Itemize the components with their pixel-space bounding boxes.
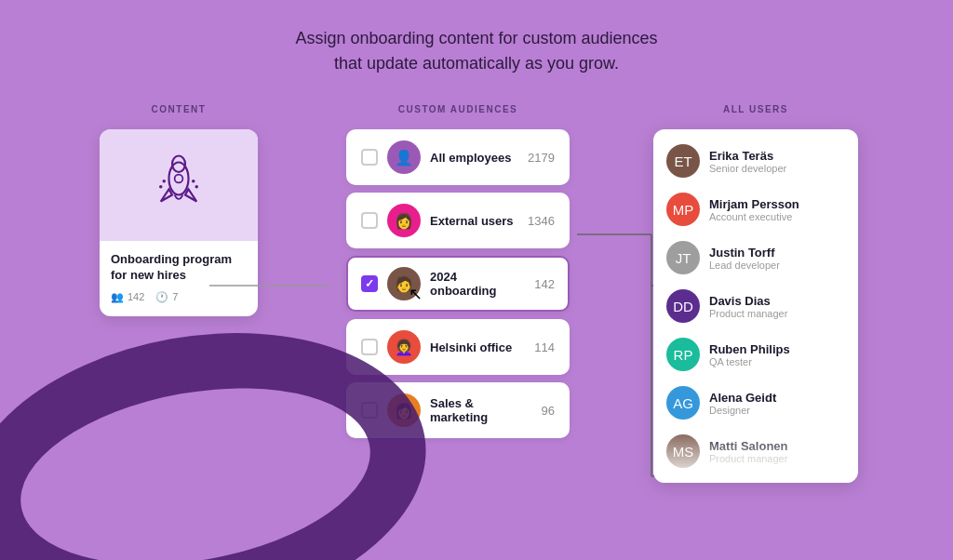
user-avatar-erika: ET <box>666 144 700 178</box>
user-name-matti: Matti Salonen <box>709 439 845 453</box>
user-info-ruben: Ruben Philips QA tester <box>709 342 845 367</box>
audience-count-2024-onboarding: 142 <box>534 277 555 291</box>
user-avatar-mirjam: MP <box>666 193 700 226</box>
modules-count: 7 <box>172 291 178 302</box>
audience-avatar-helsinki-office: 👩‍🦱 <box>387 330 421 364</box>
checkbox-2024-onboarding[interactable] <box>361 275 378 292</box>
audience-name-2024-onboarding: 2024 onboarding <box>430 270 525 298</box>
users-column: ALL USERS ET Erika Teräs Senior develope… <box>644 104 867 483</box>
audience-name-external-users: External users <box>430 214 518 228</box>
users-panel: ET Erika Teräs Senior developer MP Mirja… <box>653 129 858 483</box>
users-meta: 👥 142 <box>111 291 144 303</box>
audience-item-2024-onboarding[interactable]: 🧑 ↖ 2024 onboarding 142 <box>346 256 570 312</box>
content-card-image <box>100 129 258 241</box>
users-label: ALL USERS <box>723 104 788 114</box>
audience-avatar-all-employees: 👤 <box>387 140 421 174</box>
user-info-mirjam: Mirjam Persson Account executive <box>709 197 845 222</box>
user-role-erika: Senior developer <box>709 163 845 174</box>
checkbox-helsinki-office[interactable] <box>361 339 378 355</box>
audience-name-all-employees: All employees <box>430 151 518 165</box>
user-name-ruben: Ruben Philips <box>709 342 845 356</box>
content-label: CONTENT <box>152 104 207 114</box>
user-avatar-matti: MS <box>666 434 700 468</box>
audience-count-helsinki-office: 114 <box>534 340 555 354</box>
audience-avatar-external-users: 👩 <box>387 204 421 237</box>
clock-icon: 🕐 <box>155 291 168 303</box>
user-role-ruben: QA tester <box>709 356 845 367</box>
user-avatar-alena: AG <box>666 386 700 420</box>
user-avatar-davis: DD <box>666 289 700 323</box>
user-name-alena: Alena Geidt <box>709 391 845 405</box>
user-role-alena: Designer <box>709 405 845 416</box>
user-role-mirjam: Account executive <box>709 211 845 222</box>
user-name-erika: Erika Teräs <box>709 149 845 163</box>
user-info-matti: Matti Salonen Product manager <box>709 439 845 464</box>
audience-count-external-users: 1346 <box>528 214 555 228</box>
user-item-justin: JT Justin Torff Lead developer <box>653 233 858 282</box>
content-column: CONTENT <box>86 104 272 316</box>
checkbox-all-employees[interactable] <box>361 149 378 166</box>
user-name-justin: Justin Torff <box>709 246 845 260</box>
audience-name-helsinki-office: Helsinki office <box>430 340 525 354</box>
cursor-icon: ↖ <box>409 284 423 304</box>
checkbox-external-users[interactable] <box>361 212 378 229</box>
user-avatar-ruben: RP <box>666 338 700 371</box>
content-card-meta: 👥 142 🕐 7 <box>111 291 247 303</box>
audience-item-helsinki-office[interactable]: 👩‍🦱 Helsinki office 114 <box>346 319 570 375</box>
users-icon: 👥 <box>111 291 124 303</box>
user-info-erika: Erika Teräs Senior developer <box>709 149 845 174</box>
audience-item-external-users[interactable]: 👩 External users 1346 <box>346 193 570 248</box>
modules-meta: 🕐 7 <box>155 291 178 303</box>
user-role-davis: Product manager <box>709 308 845 319</box>
user-item-matti: MS Matti Salonen Product manager <box>653 427 858 475</box>
user-item-mirjam: MP Mirjam Persson Account executive <box>653 185 858 233</box>
audience-count-all-employees: 2179 <box>528 151 555 165</box>
svg-point-10 <box>159 185 163 189</box>
svg-point-7 <box>175 175 183 183</box>
content-card-title: Onboarding program for new hires <box>111 252 247 284</box>
user-avatar-justin: JT <box>666 241 700 274</box>
user-item-mira: MR Mira Rosser Junior developer <box>653 475 858 483</box>
user-item-alena: AG Alena Geidt Designer <box>653 379 858 427</box>
rocket-icon <box>146 153 211 218</box>
content-card: Onboarding program for new hires 👥 142 🕐… <box>100 129 258 316</box>
user-item-davis: DD Davis Dias Product manager <box>653 282 858 330</box>
user-info-alena: Alena Geidt Designer <box>709 391 845 416</box>
audience-name-sales-marketing: Sales & marketing <box>430 396 532 424</box>
audiences-label: CUSTOM AUDIENCES <box>398 104 517 114</box>
user-item-ruben: RP Ruben Philips QA tester <box>653 330 858 379</box>
user-info-justin: Justin Torff Lead developer <box>709 246 845 271</box>
svg-point-9 <box>192 180 195 183</box>
users-count: 142 <box>128 291 144 302</box>
user-role-matti: Product manager <box>709 453 845 464</box>
user-name-davis: Davis Dias <box>709 294 845 308</box>
audience-item-all-employees[interactable]: 👤 All employees 2179 <box>346 129 570 185</box>
user-item-erika: ET Erika Teräs Senior developer <box>653 137 858 185</box>
svg-point-8 <box>163 180 167 183</box>
user-info-davis: Davis Dias Product manager <box>709 294 845 319</box>
user-role-justin: Lead developer <box>709 260 845 271</box>
user-name-mirjam: Mirjam Persson <box>709 197 845 211</box>
audience-count-sales-marketing: 96 <box>542 404 555 418</box>
svg-point-11 <box>195 185 199 189</box>
content-card-body: Onboarding program for new hires 👥 142 🕐… <box>100 241 258 316</box>
page-title: Assign onboarding content for custom aud… <box>0 0 953 76</box>
